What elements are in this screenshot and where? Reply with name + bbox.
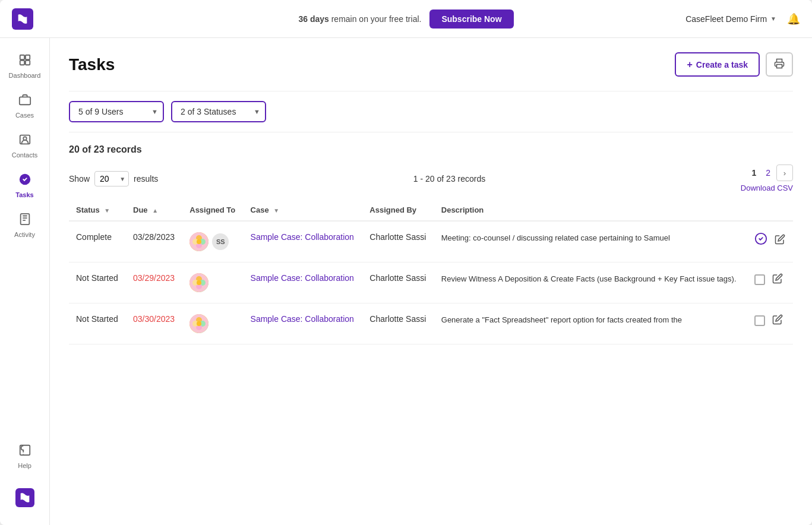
users-filter[interactable]: 5 of 9 Users xyxy=(69,101,164,122)
page-2[interactable]: 2 xyxy=(762,167,774,179)
complete-checkbox[interactable] xyxy=(754,274,765,285)
trial-text: 36 days remain on your free trial. xyxy=(298,14,421,24)
sidebar: Dashboard Cases xyxy=(0,38,50,525)
svg-point-23 xyxy=(197,280,201,285)
col-case[interactable]: Case ▼ xyxy=(244,200,363,221)
download-csv-link[interactable]: Download CSV xyxy=(741,184,793,192)
edit-icon[interactable] xyxy=(772,273,783,286)
assigned-by-cell: Charlotte Sassi xyxy=(362,221,434,262)
assigned-by-cell: Charlotte Sassi xyxy=(362,303,434,344)
top-banner: 36 days remain on your free trial. Subsc… xyxy=(0,0,812,38)
pagination-info: 1 - 20 of 23 records xyxy=(413,174,485,184)
sidebar-item-contacts[interactable]: Contacts xyxy=(4,127,46,165)
table-row: Complete 03/28/2023 xyxy=(69,221,793,262)
case-link[interactable]: Sample Case: Collaboration xyxy=(251,232,354,242)
chevron-down-icon: ▼ xyxy=(770,15,776,22)
sidebar-item-label: Tasks xyxy=(15,191,33,198)
page-title: Tasks xyxy=(69,55,115,74)
table-controls: Show 20 50 100 ▼ results 1 - 20 of 23 re… xyxy=(69,165,793,192)
due-cell: 03/30/2023 xyxy=(126,303,182,344)
row-actions xyxy=(754,232,786,248)
main-content: Tasks + Create a task xyxy=(50,38,812,525)
bell-icon[interactable]: 🔔 xyxy=(787,12,800,26)
sidebar-item-dashboard[interactable]: Dashboard xyxy=(4,48,46,85)
print-button[interactable] xyxy=(766,52,793,77)
due-value: 03/28/2023 xyxy=(133,232,175,242)
due-cell: 03/28/2023 xyxy=(126,221,182,262)
actions-cell xyxy=(747,303,793,344)
show-select[interactable]: 20 50 100 xyxy=(94,171,129,186)
col-assigned-by: Assigned By xyxy=(362,200,434,221)
col-description: Description xyxy=(434,200,747,221)
statuses-filter[interactable]: 2 of 3 Statuses xyxy=(171,101,266,122)
case-cell: Sample Case: Collaboration xyxy=(244,303,363,344)
col-assigned-to: Assigned To xyxy=(182,200,243,221)
svg-rect-2 xyxy=(20,61,24,65)
status-value: Not Started xyxy=(76,273,118,283)
avatar-flower xyxy=(189,314,208,333)
sidebar-item-brand-bottom xyxy=(4,482,46,513)
sidebar-item-label: Help xyxy=(18,462,31,469)
statuses-filter-wrapper: 2 of 3 Statuses ▼ xyxy=(171,101,266,122)
row-actions xyxy=(754,273,786,286)
svg-point-16 xyxy=(197,239,201,244)
edit-icon[interactable] xyxy=(775,234,785,247)
sidebar-item-label: Cases xyxy=(15,112,34,119)
activity-icon xyxy=(18,213,31,229)
sidebar-item-cases[interactable]: Cases xyxy=(4,87,46,125)
svg-point-29 xyxy=(197,321,201,326)
tasks-table: Status ▼ Due ▲ Assigned To Case ▼ Assign… xyxy=(69,200,793,344)
assigned-by-value: Charlotte Sassi xyxy=(369,314,426,324)
case-sort-icon: ▼ xyxy=(273,207,279,214)
description-cell: Meeting: co-counsel / discussing related… xyxy=(434,221,747,262)
sidebar-item-tasks[interactable]: Tasks xyxy=(4,167,46,204)
description-value: Review Witness A Deposition & Create Fac… xyxy=(441,274,737,283)
page-header: Tasks + Create a task xyxy=(69,52,793,77)
filters-bar: 5 of 9 Users ▼ 2 of 3 Statuses ▼ xyxy=(69,91,793,132)
svg-rect-3 xyxy=(25,61,29,65)
case-link[interactable]: Sample Case: Collaboration xyxy=(251,273,354,283)
row-actions xyxy=(754,314,786,327)
due-value: 03/29/2023 xyxy=(133,273,175,283)
due-sort-icon: ▲ xyxy=(152,207,158,214)
case-link[interactable]: Sample Case: Collaboration xyxy=(251,314,354,324)
sidebar-item-activity[interactable]: Activity xyxy=(4,207,46,244)
dashboard-icon xyxy=(18,53,31,69)
status-cell: Complete xyxy=(69,221,126,262)
col-actions xyxy=(747,200,793,221)
status-value: Not Started xyxy=(76,314,118,324)
assigned-by-value: Charlotte Sassi xyxy=(369,273,426,283)
users-filter-wrapper: 5 of 9 Users ▼ xyxy=(69,101,164,122)
contacts-icon xyxy=(18,133,31,149)
firm-name: CaseFleet Demo Firm xyxy=(685,14,767,24)
plus-icon: + xyxy=(687,59,692,70)
col-status[interactable]: Status ▼ xyxy=(69,200,126,221)
col-due[interactable]: Due ▲ xyxy=(126,200,182,221)
create-task-button[interactable]: + Create a task xyxy=(675,52,760,77)
logo xyxy=(12,8,33,30)
table-row: Not Started 03/30/2023 xyxy=(69,303,793,344)
subscribe-button[interactable]: Subscribe Now xyxy=(429,10,513,29)
status-sort-icon: ▼ xyxy=(104,207,110,214)
tasks-icon xyxy=(18,173,31,189)
svg-rect-0 xyxy=(20,55,24,59)
table-row: Not Started 03/29/2023 xyxy=(69,262,793,303)
sidebar-item-help[interactable]: Help xyxy=(4,438,46,475)
avatars xyxy=(189,314,236,333)
next-page-button[interactable]: › xyxy=(776,165,793,181)
assigned-to-cell xyxy=(182,262,243,303)
sidebar-item-label: Activity xyxy=(14,231,35,238)
description-cell: Generate a "Fact Spreadsheet" report opt… xyxy=(434,303,747,344)
assigned-by-value: Charlotte Sassi xyxy=(369,232,426,242)
edit-icon[interactable] xyxy=(772,314,783,327)
actions-cell xyxy=(747,221,793,262)
firm-selector[interactable]: CaseFleet Demo Firm ▼ xyxy=(685,14,776,24)
status-cell: Not Started xyxy=(69,262,126,303)
complete-checkbox[interactable] xyxy=(754,315,765,326)
status-value: Complete xyxy=(76,232,112,242)
page-1[interactable]: 1 xyxy=(748,167,760,179)
description-value: Generate a "Fact Spreadsheet" report opt… xyxy=(441,315,682,324)
show-wrapper: 20 50 100 ▼ xyxy=(94,171,129,186)
sidebar-item-label: Dashboard xyxy=(9,72,41,79)
complete-check-icon[interactable] xyxy=(754,232,767,248)
